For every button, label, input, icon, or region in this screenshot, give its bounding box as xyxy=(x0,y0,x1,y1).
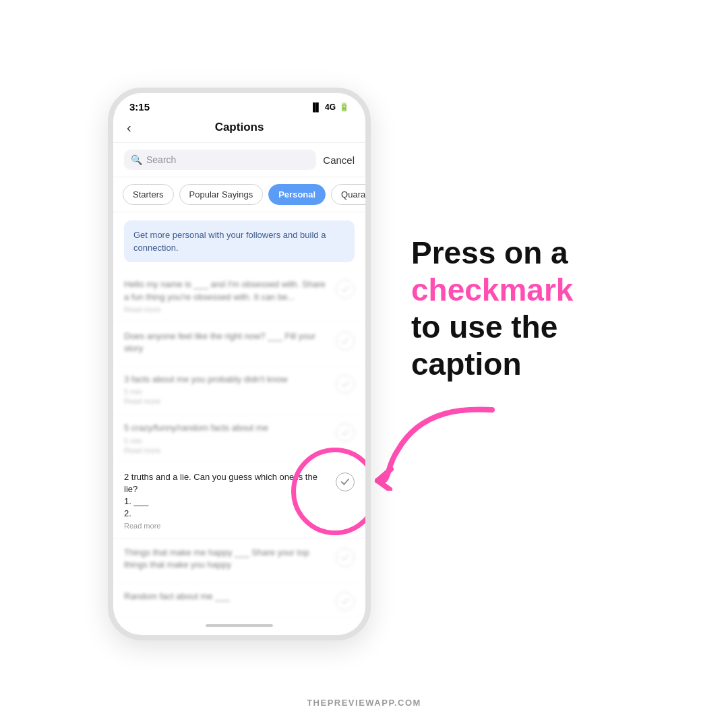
bottom-indicator xyxy=(206,624,273,627)
checkmark-button[interactable] xyxy=(336,375,355,394)
read-more-link[interactable]: Read more xyxy=(124,446,329,454)
checkmark-button[interactable] xyxy=(336,592,355,611)
caption-main-text: Random fact about me ___ xyxy=(124,590,329,603)
tab-quarantine[interactable]: Quarantin xyxy=(331,184,365,205)
instruction-line1: Press on a xyxy=(411,235,568,270)
caption-item: Hello my name is ___ and I'm obsessed wi… xyxy=(113,270,365,322)
caption-item: 5 crazy/funny/random facts about me 5 mi… xyxy=(113,414,365,462)
branding-text: THEPREVIEWAPP.COM xyxy=(307,698,421,708)
status-bar: 3:15 ▐▌ 4G 🔋 xyxy=(113,93,365,115)
tab-popular-sayings[interactable]: Popular Sayings xyxy=(179,184,264,205)
tab-personal[interactable]: Personal xyxy=(268,184,326,205)
network-label: 4G xyxy=(325,102,336,112)
info-box: Get more personal with your followers an… xyxy=(124,220,355,262)
caption-item: 3 facts about me you probably didn't kno… xyxy=(113,365,365,414)
phone-mockup: 3:15 ▐▌ 4G 🔋 ‹ Captions 🔍 Search Cancel xyxy=(108,88,371,640)
caption-item: Things that make me happy ___ Share your… xyxy=(113,539,365,582)
phone-inner: 3:15 ▐▌ 4G 🔋 ‹ Captions 🔍 Search Cancel xyxy=(113,93,365,635)
checkmark-button[interactable] xyxy=(336,548,355,567)
page-wrapper: 3:15 ▐▌ 4G 🔋 ‹ Captions 🔍 Search Cancel xyxy=(0,0,728,728)
app-header: ‹ Captions xyxy=(113,115,365,143)
caption-text-block: Random fact about me ___ xyxy=(124,590,336,605)
arrow-container xyxy=(371,396,674,493)
search-bar-wrapper: 🔍 Search Cancel xyxy=(113,143,365,177)
read-more-link[interactable]: Read more xyxy=(124,305,329,313)
tab-starters[interactable]: Starters xyxy=(123,184,174,205)
instruction-line2: to use the xyxy=(411,309,557,344)
caption-text-block: 3 facts about me you probably didn't kno… xyxy=(124,373,336,405)
tabs-row: Starters Popular Sayings Personal Quaran… xyxy=(113,177,365,212)
caption-list: Hello my name is ___ and I'm obsessed wi… xyxy=(113,270,365,619)
battery-icon: 🔋 xyxy=(339,102,349,112)
pink-arrow-svg xyxy=(371,396,506,491)
caption-text-block: Does anyone feel like the right now? ___… xyxy=(124,330,336,357)
read-more-link[interactable]: Read more xyxy=(124,522,329,530)
search-input-container[interactable]: 🔍 Search xyxy=(124,150,316,170)
caption-text-block: Things that make me happy ___ Share your… xyxy=(124,547,336,573)
back-button[interactable]: ‹ xyxy=(127,120,131,135)
caption-main-text: 2 truths and a lie. Can you guess which … xyxy=(124,471,329,520)
caption-meta: 5 min xyxy=(124,388,329,396)
checkmark-button[interactable] xyxy=(336,473,355,491)
caption-item: Does anyone feel like the right now? ___… xyxy=(113,322,365,365)
caption-text-block: 5 crazy/funny/random facts about me 5 mi… xyxy=(124,422,336,454)
caption-main-text: Things that make me happy ___ Share your… xyxy=(124,547,329,571)
checkmark-button[interactable] xyxy=(336,423,355,442)
caption-item-active: 2 truths and a lie. Can you guess which … xyxy=(113,463,365,539)
info-box-text: Get more personal with your followers an… xyxy=(133,230,326,253)
caption-text-block: Hello my name is ___ and I'm obsessed wi… xyxy=(124,278,336,313)
checkmark-button[interactable] xyxy=(336,332,355,351)
read-more-link[interactable]: Read more xyxy=(124,397,329,405)
status-time: 3:15 xyxy=(129,101,150,113)
status-icons: ▐▌ 4G 🔋 xyxy=(310,102,349,112)
instruction-highlight: checkmark xyxy=(411,272,573,307)
caption-main-text: Hello my name is ___ and I'm obsessed wi… xyxy=(124,278,329,303)
caption-text-block: 2 truths and a lie. Can you guess which … xyxy=(124,471,336,530)
caption-meta: 5 min xyxy=(124,437,329,445)
caption-main-text: Does anyone feel like the right now? ___… xyxy=(124,330,329,355)
caption-item: Random fact about me ___ xyxy=(113,582,365,619)
search-icon: 🔍 xyxy=(131,154,142,165)
search-input[interactable]: Search xyxy=(146,154,176,165)
signal-icon: ▐▌ xyxy=(310,102,322,112)
instruction-line3: caption xyxy=(411,346,522,382)
right-content: Press on a checkmark to use the caption xyxy=(371,235,688,494)
screen-title: Captions xyxy=(215,121,264,134)
instruction-text: Press on a checkmark to use the caption xyxy=(411,235,674,384)
cancel-button[interactable]: Cancel xyxy=(323,154,355,166)
caption-main-text: 3 facts about me you probably didn't kno… xyxy=(124,373,329,386)
checkmark-button[interactable] xyxy=(336,280,355,299)
caption-main-text: 5 crazy/funny/random facts about me xyxy=(124,422,329,434)
